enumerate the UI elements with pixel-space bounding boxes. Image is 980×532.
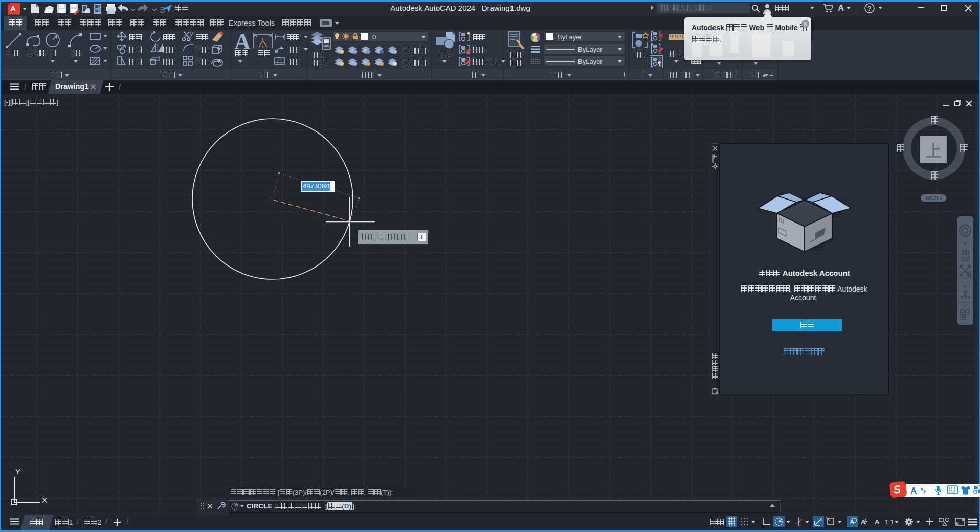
svg-text:?: ? (867, 5, 871, 12)
svg-text:A: A (875, 518, 880, 526)
svg-text:X: X (42, 496, 47, 504)
svg-text:A: A (910, 486, 917, 496)
svg-text:Y: Y (15, 467, 20, 476)
svg-text:A: A (861, 518, 866, 526)
